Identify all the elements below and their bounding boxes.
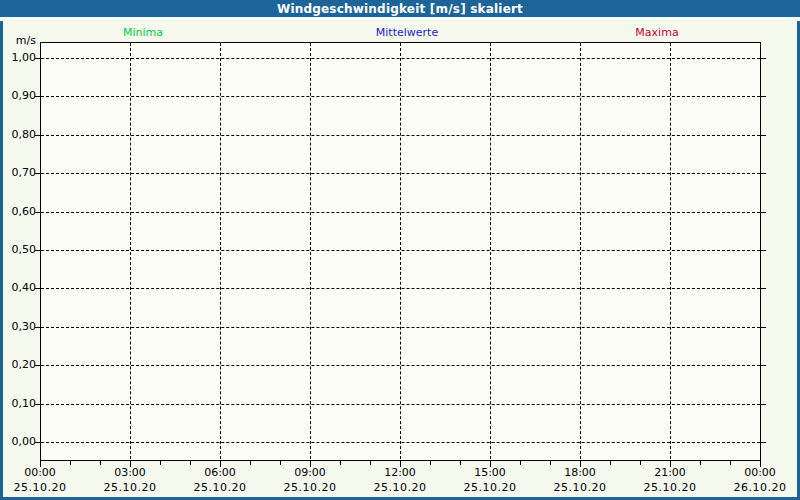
gridline-vertical (490, 43, 491, 459)
x-axis-minor-tick (610, 461, 611, 465)
window-title: Windgeschwindigkeit [m/s] skaliert (277, 2, 523, 16)
x-axis-minor-tick (340, 461, 341, 465)
x-axis-minor-tick (520, 461, 521, 465)
y-tick-label: 0,10 (0, 397, 36, 410)
x-tick-time-label: 06:00 (190, 466, 250, 479)
x-tick-time-label: 00:00 (10, 466, 70, 479)
gridline-vertical (400, 43, 401, 459)
x-tick-date-label: 25.10.20 (184, 481, 256, 494)
x-tick-date-label: 25.10.20 (364, 481, 436, 494)
y-axis-tick-right (761, 288, 766, 289)
x-tick-time-label: 15:00 (460, 466, 520, 479)
x-tick-time-label: 09:00 (280, 466, 340, 479)
x-tick-time-label: 21:00 (640, 466, 700, 479)
x-axis-minor-tick (460, 461, 461, 465)
y-axis-tick-right (761, 327, 766, 328)
x-tick-date-label: 25.10.20 (94, 481, 166, 494)
x-tick-date-label: 25.10.20 (454, 481, 526, 494)
x-axis-minor-tick (100, 461, 101, 465)
gridline-vertical (310, 43, 311, 459)
y-tick-label: 0,40 (0, 281, 36, 294)
x-tick-date-label: 26.10.20 (724, 481, 796, 494)
y-axis-tick-right (761, 442, 766, 443)
y-axis-tick-right (761, 96, 766, 97)
chart-window: Windgeschwindigkeit [m/s] skaliert m/s M… (0, 0, 800, 500)
x-tick-time-label: 03:00 (100, 466, 160, 479)
x-axis-minor-tick (700, 461, 701, 465)
y-tick-label: 0,70 (0, 166, 36, 179)
y-axis-tick-right (761, 173, 766, 174)
x-tick-date-label: 25.10.20 (4, 481, 76, 494)
x-axis-minor-tick (550, 461, 551, 465)
gridline-vertical (580, 43, 581, 459)
x-tick-time-label: 12:00 (370, 466, 430, 479)
gridline-vertical (130, 43, 131, 459)
y-axis-tick-right (761, 135, 766, 136)
y-tick-label: 0,20 (0, 358, 36, 371)
y-tick-label: 0,60 (0, 205, 36, 218)
y-tick-label: 0,90 (0, 89, 36, 102)
window-titlebar: Windgeschwindigkeit [m/s] skaliert (0, 0, 800, 19)
x-axis-minor-tick (640, 461, 641, 465)
x-axis-minor-tick (730, 461, 731, 465)
y-axis-tick-right (761, 404, 766, 405)
y-axis-tick-right (761, 58, 766, 59)
y-axis-tick-right (761, 365, 766, 366)
x-axis-minor-tick (190, 461, 191, 465)
legend-item-maxima: Maxima (635, 26, 678, 39)
y-axis-tick-right (761, 212, 766, 213)
gridline-vertical (220, 43, 221, 459)
x-tick-date-label: 25.10.20 (634, 481, 706, 494)
y-tick-label: 0,30 (0, 320, 36, 333)
x-tick-date-label: 25.10.20 (544, 481, 616, 494)
y-tick-label: 0,00 (0, 435, 36, 448)
x-tick-time-label: 18:00 (550, 466, 610, 479)
y-tick-label: 0,80 (0, 128, 36, 141)
y-tick-label: 1,00 (0, 51, 36, 64)
x-tick-date-label: 25.10.20 (274, 481, 346, 494)
x-axis-minor-tick (160, 461, 161, 465)
x-axis-minor-tick (250, 461, 251, 465)
x-tick-time-label: 00:00 (730, 466, 790, 479)
y-tick-label: 0,50 (0, 243, 36, 256)
y-axis-tick-right (761, 250, 766, 251)
x-axis-minor-tick (70, 461, 71, 465)
gridline-vertical (670, 43, 671, 459)
x-axis-minor-tick (430, 461, 431, 465)
legend-item-minima: Minima (123, 26, 163, 39)
legend-item-mittelwerte: Mittelwerte (376, 26, 438, 39)
y-axis-unit-label: m/s (0, 34, 36, 47)
x-axis-minor-tick (280, 461, 281, 465)
x-axis-minor-tick (370, 461, 371, 465)
